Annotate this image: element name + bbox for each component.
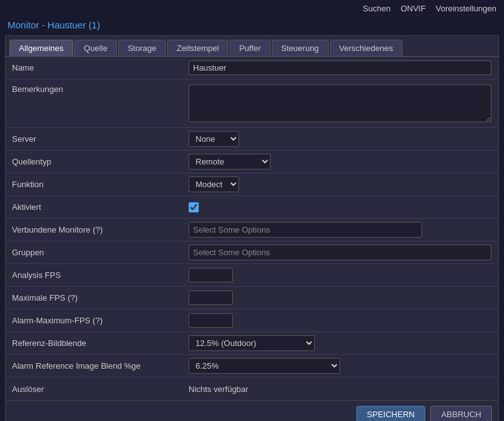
- verbundene-label: Verbundene Monitore (?): [12, 225, 189, 234]
- alarm-max-fps-input[interactable]: [189, 313, 233, 328]
- alarm-max-fps-wrap: [189, 313, 492, 328]
- cancel-button[interactable]: ABBRUCH: [430, 406, 492, 421]
- name-input[interactable]: [189, 61, 491, 75]
- gruppen-label: Gruppen: [12, 248, 189, 257]
- row-verbundene: Verbundene Monitore (?) Select Some Opti…: [6, 219, 498, 241]
- referenz-select[interactable]: 12.5% (Outdoor) 25% 50% 75% 100%: [189, 335, 315, 351]
- tab-verschiedenes[interactable]: Verschiedenes: [330, 40, 402, 56]
- tab-storage[interactable]: Storage: [118, 40, 166, 56]
- row-server: Server None: [6, 128, 498, 151]
- referenz-wrap: 12.5% (Outdoor) 25% 50% 75% 100%: [189, 335, 492, 351]
- tab-allgemeines[interactable]: Allgemeines: [9, 40, 73, 56]
- maximale-fps-label: Maximale FPS (?): [12, 293, 189, 303]
- verbundene-input[interactable]: Select Some Options: [189, 222, 422, 238]
- voreinstellungen-link[interactable]: Voreinstellungen: [436, 4, 496, 13]
- row-maximale-fps: Maximale FPS (?): [6, 287, 498, 309]
- name-wrap: [189, 61, 492, 75]
- remarks-label: Bemerkungen: [12, 84, 189, 94]
- analysis-fps-label: Analysis FPS: [12, 270, 189, 280]
- quellentyp-wrap: Remote Local FFMPEG LibVLC cURL VNC: [189, 154, 492, 170]
- alarm-ref-wrap: 6.25% 12.5% 25% 50%: [189, 358, 492, 374]
- funktion-label: Funktion: [12, 180, 189, 189]
- aktiviert-label: Aktiviert: [12, 202, 189, 212]
- form-body: Name Bemerkungen Server None Quellentyp: [6, 57, 498, 400]
- row-gruppen: Gruppen Select Some Options: [6, 241, 498, 264]
- aktiviert-checkbox[interactable]: [189, 202, 199, 212]
- row-aktiviert: Aktiviert: [6, 196, 498, 219]
- tab-steuerung[interactable]: Steuerung: [272, 40, 329, 56]
- server-label: Server: [12, 134, 189, 144]
- onvif-link[interactable]: ONVIF: [401, 4, 426, 13]
- row-funktion: Funktion Modect Monitor Mocord Nodect Re…: [6, 173, 498, 196]
- alarm-ref-label: Alarm Reference Image Blend %ge: [12, 361, 189, 371]
- ausloser-label: Auslöser: [12, 384, 189, 394]
- row-quellentyp: Quellentyp Remote Local FFMPEG LibVLC cU…: [6, 151, 498, 173]
- funktion-wrap: Modect Monitor Mocord Nodect Record: [189, 176, 492, 192]
- quellentyp-select[interactable]: Remote Local FFMPEG LibVLC cURL VNC: [189, 154, 271, 170]
- remarks-textarea[interactable]: [189, 84, 491, 122]
- row-alarm-max-fps: Alarm-Maximum-FPS (?): [6, 309, 498, 332]
- funktion-select[interactable]: Modect Monitor Mocord Nodect Record: [189, 176, 239, 192]
- analysis-fps-wrap: [189, 268, 492, 282]
- gruppen-input[interactable]: Select Some Options: [189, 245, 491, 260]
- suchen-link[interactable]: Suchen: [363, 4, 390, 13]
- tab-zeitstempel[interactable]: Zeitstempel: [167, 40, 228, 56]
- remarks-wrap: [189, 84, 492, 122]
- row-referenz: Referenz-Bildblende 12.5% (Outdoor) 25% …: [6, 332, 498, 355]
- maximale-fps-input[interactable]: [189, 291, 233, 305]
- gruppen-wrap: Select Some Options: [189, 245, 492, 260]
- footer: SPEICHERN ABBRUCH: [6, 400, 498, 421]
- tab-bar: Allgemeines Quelle Storage Zeitstempel P…: [6, 36, 498, 57]
- tab-quelle[interactable]: Quelle: [74, 40, 117, 56]
- verbundene-wrap: Select Some Options: [189, 222, 492, 238]
- row-ausloser: Auslöser Nichts verfügbar: [6, 378, 498, 400]
- ausloser-wrap: Nichts verfügbar: [189, 384, 492, 394]
- server-select[interactable]: None: [189, 131, 239, 147]
- quellentyp-label: Quellentyp: [12, 157, 189, 166]
- maximale-fps-wrap: [189, 291, 492, 305]
- row-remarks: Bemerkungen: [6, 79, 498, 128]
- row-analysis-fps: Analysis FPS: [6, 264, 498, 287]
- alarm-max-fps-label: Alarm-Maximum-FPS (?): [12, 316, 189, 325]
- alarm-ref-select[interactable]: 6.25% 12.5% 25% 50%: [189, 358, 340, 374]
- tab-puffer[interactable]: Puffer: [230, 40, 270, 56]
- main-container: Allgemeines Quelle Storage Zeitstempel P…: [5, 35, 499, 421]
- row-alarm-ref: Alarm Reference Image Blend %ge 6.25% 12…: [6, 355, 498, 378]
- analysis-fps-input[interactable]: [189, 268, 233, 282]
- row-name: Name: [6, 57, 498, 79]
- server-wrap: None: [189, 131, 492, 147]
- top-bar: Suchen ONVIF Voreinstellungen: [0, 0, 504, 17]
- referenz-label: Referenz-Bildblende: [12, 338, 189, 348]
- page-title: Monitor - Haustuer (1): [0, 17, 504, 35]
- aktiviert-wrap: [189, 202, 492, 212]
- save-button[interactable]: SPEICHERN: [356, 406, 426, 421]
- name-label: Name: [12, 63, 189, 72]
- ausloser-value: Nichts verfügbar: [189, 384, 249, 394]
